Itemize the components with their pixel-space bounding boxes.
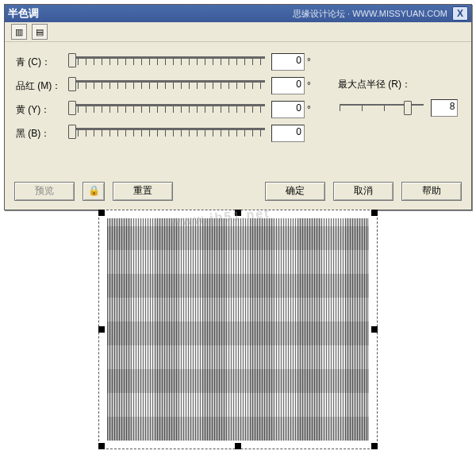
unit-magenta: ° xyxy=(307,80,315,91)
slider-radius[interactable] xyxy=(338,99,425,117)
cancel-button[interactable]: 取消 xyxy=(333,182,393,201)
lock-icon: 🔒 xyxy=(88,185,100,196)
title-bar: 半色调 思缘设计论坛 · WWW.MISSYUAN.COM X xyxy=(5,5,471,22)
halftone-pattern xyxy=(107,218,369,441)
radius-group: 最大点半径 (R)： 8 xyxy=(338,78,463,117)
toolbar-btn-2[interactable]: ▤ xyxy=(32,24,48,40)
selection-handle[interactable] xyxy=(98,326,105,333)
selection-handle[interactable] xyxy=(98,210,105,216)
canvas-preview[interactable] xyxy=(98,210,378,449)
value-cyan[interactable]: 0 xyxy=(271,53,305,71)
slider-yellow[interactable] xyxy=(68,101,267,118)
label-magenta: 品红 (M)： xyxy=(16,79,68,93)
help-button[interactable]: 帮助 xyxy=(401,182,462,201)
slider-thumb[interactable] xyxy=(68,77,76,91)
lock-button[interactable]: 🔒 xyxy=(83,182,105,201)
slider-thumb[interactable] xyxy=(68,101,76,115)
slider-magenta[interactable] xyxy=(68,77,267,94)
selection-handle[interactable] xyxy=(235,210,241,216)
slider-thumb[interactable] xyxy=(68,125,76,139)
value-radius[interactable]: 8 xyxy=(431,99,458,117)
unit-cyan: ° xyxy=(307,56,315,67)
button-row: 预览 🔒 重置 确定 取消 帮助 xyxy=(5,179,471,203)
toolbar-btn-1[interactable]: ▥ xyxy=(11,24,27,40)
slider-black[interactable] xyxy=(68,125,267,142)
value-yellow[interactable]: 0 xyxy=(271,101,305,118)
row-black: 黑 (B)： 0 xyxy=(16,121,460,145)
close-icon: X xyxy=(457,8,463,19)
value-magenta[interactable]: 0 xyxy=(271,77,305,94)
halftone-dialog: 半色调 思缘设计论坛 · WWW.MISSYUAN.COM X ▥ ▤ 青 (C… xyxy=(4,4,472,210)
label-radius: 最大点半径 (R)： xyxy=(338,78,463,91)
selection-handle[interactable] xyxy=(371,210,378,216)
window-title: 半色调 xyxy=(8,6,39,21)
ok-button[interactable]: 确定 xyxy=(265,182,325,201)
selection-handle[interactable] xyxy=(371,326,378,333)
slider-thumb[interactable] xyxy=(68,53,76,67)
slider-thumb[interactable] xyxy=(404,101,412,115)
unit-yellow: ° xyxy=(307,104,315,115)
reset-button[interactable]: 重置 xyxy=(113,182,173,201)
slider-cyan[interactable] xyxy=(68,53,267,71)
row-cyan: 青 (C)： 0 ° xyxy=(16,50,460,74)
selection-handle[interactable] xyxy=(98,443,105,449)
selection-handle[interactable] xyxy=(371,443,378,449)
value-black[interactable]: 0 xyxy=(271,125,305,142)
selection-handle[interactable] xyxy=(235,443,241,449)
tool-row: ▥ ▤ xyxy=(5,22,471,42)
preview-button[interactable]: 预览 xyxy=(14,182,75,201)
label-yellow: 黄 (Y)： xyxy=(16,103,68,117)
label-black: 黑 (B)： xyxy=(16,127,68,141)
label-cyan: 青 (C)： xyxy=(16,56,68,69)
close-button[interactable]: X xyxy=(452,6,468,21)
window-credit: 思缘设计论坛 · WWW.MISSYUAN.COM xyxy=(293,8,447,20)
